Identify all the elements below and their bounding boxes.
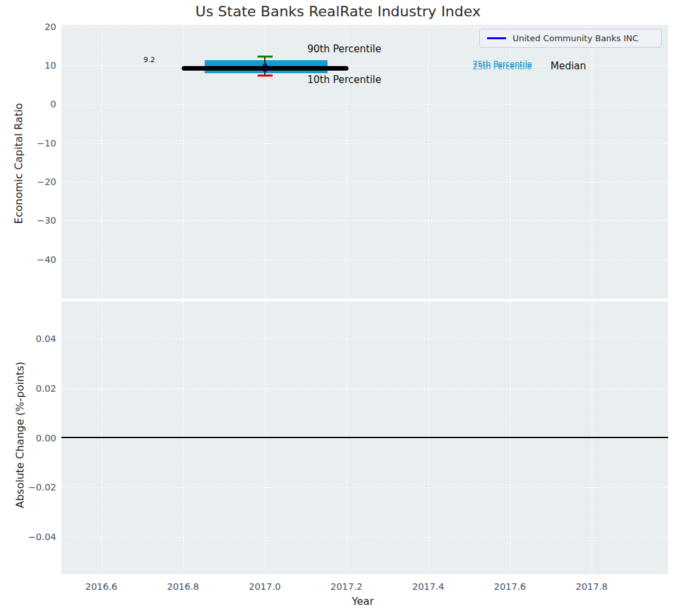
legend-label: United Community Banks INC bbox=[513, 33, 638, 43]
xtick-label: 2017.6 bbox=[481, 581, 539, 592]
xtick-label: 2016.8 bbox=[154, 581, 212, 592]
gridline-h bbox=[61, 487, 668, 488]
gridline-h bbox=[61, 220, 668, 221]
p10-whisker-cap bbox=[258, 75, 273, 77]
ytick-label: 20 bbox=[0, 22, 56, 32]
value-annotation: 9.2 bbox=[133, 56, 155, 64]
xtick-label: 2016.6 bbox=[72, 581, 131, 592]
gridline-h bbox=[61, 537, 668, 538]
ytick-label: 0.02 bbox=[0, 383, 56, 394]
ytick-label: −30 bbox=[0, 215, 56, 226]
gridline-h bbox=[61, 143, 668, 144]
xtick-label: 2017.2 bbox=[317, 581, 376, 592]
ytick-label: 0 bbox=[0, 99, 56, 109]
ytick-label: −10 bbox=[0, 138, 56, 148]
p10-annotation: 10th Percentile bbox=[307, 74, 381, 86]
ytick-label: 0.04 bbox=[0, 334, 56, 344]
ytick-label: 10 bbox=[0, 60, 56, 71]
gridline-h bbox=[61, 339, 668, 339]
gridline-h bbox=[61, 388, 668, 389]
xtick-label: 2017.8 bbox=[562, 581, 621, 592]
p25-annotation: 25th Percentile bbox=[473, 62, 532, 71]
legend-box: United Community Banks INC bbox=[479, 29, 662, 48]
bottom-y-axis-label: Absolute Change (%-points) bbox=[14, 362, 26, 508]
company-index-line bbox=[182, 66, 348, 71]
median-annotation: Median bbox=[550, 60, 586, 72]
ytick-label: 0.00 bbox=[0, 433, 56, 443]
zero-change-line bbox=[61, 437, 668, 438]
bottom-axes bbox=[61, 301, 668, 574]
gridline-h bbox=[61, 260, 668, 260]
gridline-h bbox=[61, 104, 668, 105]
chart-title: Us State Banks RealRate Industry Index bbox=[0, 3, 676, 20]
top-y-axis-label: Economic Capital Ratio bbox=[12, 103, 25, 224]
xtick-label: 2017.0 bbox=[235, 581, 294, 592]
ytick-label: −20 bbox=[0, 177, 56, 187]
p90-whisker-cap bbox=[258, 56, 273, 58]
gridline-h bbox=[61, 182, 668, 182]
top-axes: 9.2 90th Percentile 10th Percentile 75th… bbox=[61, 25, 668, 299]
x-axis-label: Year bbox=[352, 595, 374, 607]
legend-line-swatch bbox=[487, 37, 506, 39]
gridline-h bbox=[61, 27, 668, 27]
figure-canvas: Us State Banks RealRate Industry Index 9… bbox=[0, 0, 676, 616]
ytick-label: −0.02 bbox=[0, 482, 56, 492]
ytick-label: −0.04 bbox=[0, 532, 56, 542]
ytick-label: −40 bbox=[0, 254, 56, 265]
p90-annotation: 90th Percentile bbox=[307, 43, 381, 55]
xtick-label: 2017.4 bbox=[399, 581, 458, 592]
